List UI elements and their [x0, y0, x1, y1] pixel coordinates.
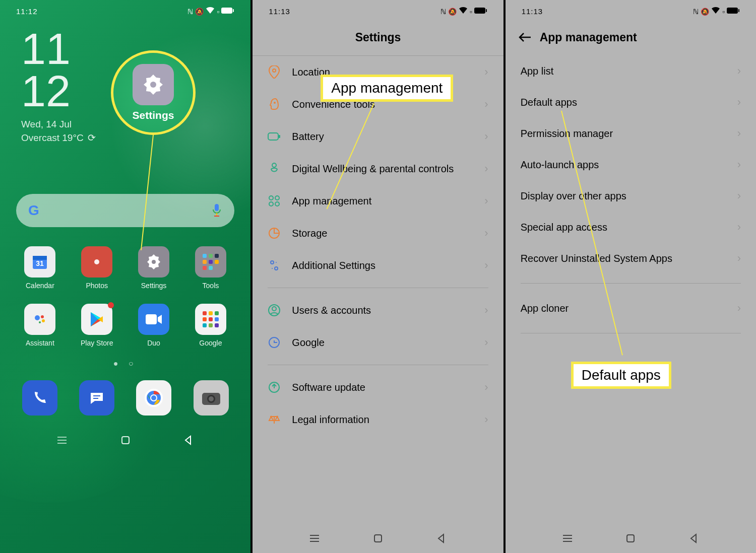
- weather-label[interactable]: Overcast 19°C ⟳: [21, 132, 229, 144]
- settings-row-legal[interactable]: Legal information ›: [253, 403, 503, 436]
- settings-row-users[interactable]: Users & accounts ›: [253, 294, 503, 326]
- svg-point-60: [272, 268, 273, 269]
- svg-rect-18: [209, 266, 213, 270]
- settings-callout-label: Settings: [133, 109, 174, 121]
- nav-back-icon[interactable]: [183, 435, 194, 448]
- status-icons: ℕ 🔕 ▫: [187, 7, 234, 16]
- app-phone[interactable]: [22, 380, 57, 416]
- svg-rect-13: [215, 254, 219, 258]
- home-screen: 11:12 ℕ 🔕 ▫ Settings 11 12 Wed, 14 Jul O…: [0, 0, 250, 553]
- svg-point-49: [274, 102, 276, 104]
- signal-icon: ▫: [470, 8, 472, 16]
- svg-rect-15: [209, 260, 213, 264]
- svg-rect-16: [215, 260, 219, 264]
- chevron-right-icon: ›: [737, 64, 741, 78]
- back-arrow-icon[interactable]: [519, 32, 532, 45]
- mgmt-row-app-cloner[interactable]: App cloner ›: [506, 293, 756, 324]
- mgmt-row-special-access[interactable]: Special app access ›: [506, 212, 756, 243]
- settings-row-wellbeing[interactable]: Digital Wellbeing & parental controls ›: [253, 153, 503, 185]
- status-icons: ℕ 🔕 ▫: [440, 7, 487, 16]
- additional-icon: [268, 259, 281, 272]
- chevron-right-icon: ›: [484, 304, 488, 317]
- svg-rect-11: [203, 254, 207, 258]
- svg-rect-17: [203, 266, 207, 270]
- nav-home-icon[interactable]: [372, 533, 384, 546]
- settings-row-app-management[interactable]: App management ›: [253, 185, 503, 217]
- svg-rect-26: [215, 311, 219, 315]
- app-camera[interactable]: [194, 380, 229, 416]
- wifi-icon: [459, 7, 468, 16]
- nav-recent-icon[interactable]: [309, 533, 320, 546]
- app-management-screen: 11:13 ℕ 🔕 ▫ App management Default apps …: [503, 0, 756, 553]
- svg-rect-32: [215, 323, 219, 327]
- svg-point-22: [39, 321, 41, 323]
- svg-rect-3: [215, 204, 219, 211]
- page-title: Settings: [253, 23, 503, 55]
- app-google-folder[interactable]: Google: [184, 304, 236, 347]
- signal-icon: ▫: [217, 8, 219, 16]
- chevron-right-icon: ›: [737, 158, 741, 171]
- mgmt-row-auto-launch[interactable]: Auto-launch apps ›: [506, 149, 756, 180]
- nav-recent-icon[interactable]: [56, 435, 68, 448]
- nav-home-icon[interactable]: [625, 533, 636, 546]
- settings-icon-large[interactable]: [133, 64, 174, 105]
- app-photos[interactable]: Photos: [71, 246, 123, 290]
- svg-rect-24: [203, 311, 207, 315]
- settings-row-battery[interactable]: Battery ›: [253, 120, 503, 153]
- mic-icon[interactable]: [211, 203, 222, 218]
- chevron-right-icon: ›: [737, 127, 741, 140]
- svg-rect-30: [203, 323, 207, 327]
- app-tools[interactable]: Tools: [184, 246, 236, 290]
- battery-icon: [727, 7, 740, 16]
- svg-rect-12: [209, 254, 213, 258]
- tools-folder-icon: [195, 246, 226, 278]
- nav-home-icon[interactable]: [120, 435, 131, 448]
- battery-icon: [474, 7, 487, 16]
- settings-row-storage[interactable]: Storage ›: [253, 217, 503, 249]
- mgmt-row-default-apps[interactable]: Default apps ›: [506, 87, 756, 118]
- app-management-callout: App management: [321, 75, 453, 102]
- nav-recent-icon[interactable]: [562, 533, 573, 546]
- svg-point-21: [42, 319, 45, 322]
- storage-icon: [268, 227, 281, 240]
- status-time: 11:12: [16, 7, 38, 16]
- google-g-icon: G: [28, 202, 39, 219]
- app-assistant[interactable]: Assistant: [14, 304, 66, 347]
- chevron-right-icon: ›: [737, 189, 741, 202]
- svg-rect-47: [486, 9, 487, 12]
- settings-row-google[interactable]: Google ›: [253, 326, 503, 359]
- app-chrome[interactable]: [136, 380, 171, 416]
- assistant-icon: [24, 304, 55, 335]
- svg-point-10: [152, 260, 156, 264]
- svg-point-20: [41, 315, 44, 318]
- nfc-icon: ℕ: [440, 8, 446, 16]
- svg-rect-70: [727, 8, 738, 14]
- settings-row-additional[interactable]: Additional Settings ›: [253, 249, 503, 282]
- app-messages[interactable]: [79, 380, 114, 416]
- mgmt-row-permission-manager[interactable]: Permission manager ›: [506, 118, 756, 149]
- mgmt-row-recover-system[interactable]: Recover Uninstalled System Apps ›: [506, 243, 756, 274]
- chevron-right-icon: ›: [484, 65, 488, 79]
- app-play-store[interactable]: Play Store: [71, 304, 123, 347]
- app-duo[interactable]: Duo: [128, 304, 180, 347]
- chevron-right-icon: ›: [484, 194, 488, 208]
- mgmt-row-display-over[interactable]: Display over other apps ›: [506, 180, 756, 212]
- svg-point-58: [271, 261, 274, 264]
- settings-screen: 11:13 ℕ 🔕 ▫ Settings App management Loca…: [250, 0, 503, 553]
- google-search-bar[interactable]: G: [16, 194, 234, 227]
- nfc-icon: ℕ: [187, 8, 193, 16]
- mgmt-row-app-list[interactable]: App list ›: [506, 55, 756, 87]
- chevron-right-icon: ›: [484, 162, 488, 175]
- svg-rect-69: [374, 535, 382, 542]
- svg-rect-29: [215, 317, 219, 321]
- battery-icon: [221, 7, 234, 16]
- svg-point-56: [275, 202, 279, 206]
- status-bar: 11:12 ℕ 🔕 ▫: [0, 0, 250, 23]
- app-settings[interactable]: Settings: [128, 246, 180, 290]
- svg-point-38: [151, 395, 156, 400]
- app-calendar[interactable]: 31 Calendar: [14, 246, 66, 290]
- nav-back-icon[interactable]: [688, 533, 700, 546]
- refresh-icon[interactable]: ⟳: [88, 132, 96, 144]
- settings-row-software-update[interactable]: Software update ›: [253, 371, 503, 403]
- nav-back-icon[interactable]: [436, 533, 447, 546]
